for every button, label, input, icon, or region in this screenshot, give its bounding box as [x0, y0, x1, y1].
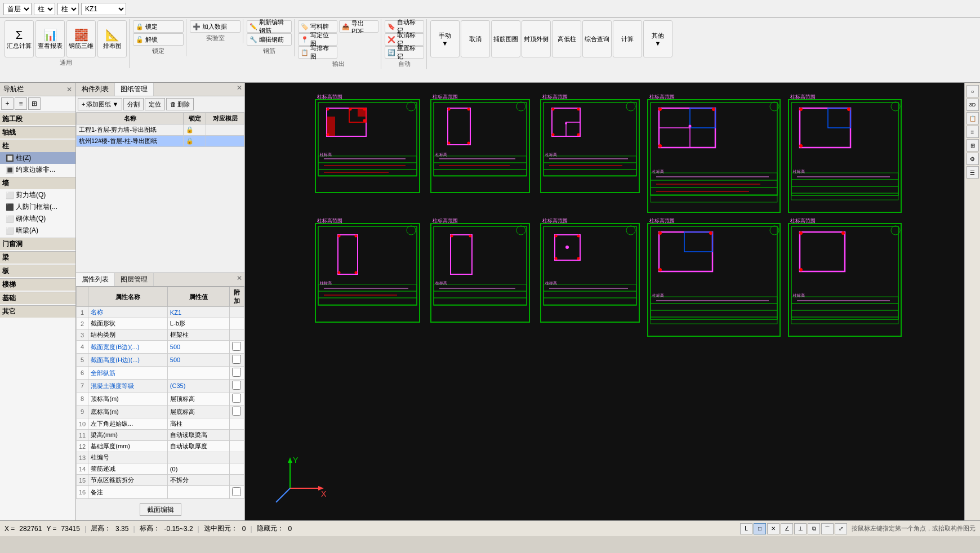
sub-type-select[interactable]: 柱: [57, 3, 79, 15]
prop-row-value[interactable]: 自动读取梁高: [167, 430, 229, 441]
prop-row-value[interactable]: [167, 486, 229, 499]
prop-row[interactable]: 15 节点区箍筋拆分 不拆分: [77, 475, 244, 486]
summary-button[interactable]: Σ 汇总计算: [5, 20, 34, 57]
prop-row[interactable]: 5 截面高度(H边)(...) 500: [77, 354, 244, 367]
prop-row[interactable]: 2 截面形状 L-b形: [77, 318, 244, 329]
nav-item-dark-beam[interactable]: ⬜ 暗梁(A): [0, 225, 75, 237]
prop-row[interactable]: 16 备注: [77, 486, 244, 499]
prop-row-value[interactable]: 不拆分: [167, 475, 229, 486]
prop-row[interactable]: 8 顶标高(m) 层顶标高: [77, 393, 244, 405]
edit-rebar-button[interactable]: 🔧 编辑钢筋: [247, 33, 292, 46]
canvas-area[interactable]: Y X: [245, 83, 964, 520]
nav-add-button[interactable]: +: [1, 97, 14, 110]
prop-row-value[interactable]: 层顶标高: [167, 393, 229, 405]
export-pdf-button[interactable]: 📤 导出PDF: [339, 20, 378, 33]
prop-row-check[interactable]: [230, 486, 244, 499]
prop-row-check[interactable]: [230, 405, 244, 418]
prop-row-value[interactable]: 500: [167, 341, 229, 354]
nav-item-boundary[interactable]: 🔳 约束边缘非...: [0, 164, 75, 176]
prop-row-value[interactable]: L-b形: [167, 318, 229, 329]
nav-close-button[interactable]: ✕: [66, 86, 72, 93]
calc-button[interactable]: 计算: [613, 20, 642, 57]
nav-item-column-z[interactable]: 🔲 柱(Z): [0, 152, 75, 164]
query-button[interactable]: 综合查询: [582, 20, 612, 57]
seal-outer-button[interactable]: 封顶外侧: [522, 20, 551, 57]
nav-item-civil-defense[interactable]: ⬛ 人防门框墙(...: [0, 201, 75, 213]
attr-list-tab[interactable]: 属性列表: [76, 273, 115, 286]
prop-row-value[interactable]: 框架柱: [167, 329, 229, 341]
prop-row-check[interactable]: [230, 367, 244, 380]
right-3d-button[interactable]: 3D: [966, 99, 979, 111]
type-select[interactable]: 柱: [34, 3, 55, 15]
drawing-row[interactable]: 工程1-首层-剪力墙-导出图纸 🔒: [77, 124, 244, 136]
floor-select[interactable]: 首层: [3, 3, 32, 15]
right-circle-button[interactable]: ○: [966, 85, 979, 97]
drawing-management-tab[interactable]: 图纸管理: [115, 83, 154, 96]
nav-list-button[interactable]: ≡: [15, 97, 27, 110]
section-edit-button[interactable]: 截面编辑: [140, 503, 181, 516]
unlock-button[interactable]: 🔓 解锁: [133, 33, 184, 46]
status-copy-button[interactable]: ⧉: [808, 523, 820, 534]
lock-button[interactable]: 🔒 锁定: [133, 20, 184, 33]
right-layer-button[interactable]: 📋: [966, 112, 979, 124]
prop-row-value[interactable]: 高柱: [167, 418, 229, 430]
drawing-row-selected[interactable]: 杭州12#楼-首层-柱-导出图纸 🔒: [77, 136, 244, 147]
report-button[interactable]: 📊 查看报表: [35, 20, 65, 57]
manual-button[interactable]: 手动 ▼: [430, 20, 460, 57]
prop-row[interactable]: 11 梁高(mm) 自动读取梁高: [77, 430, 244, 441]
prop-row[interactable]: 7 混凝土强度等级 (C35): [77, 380, 244, 393]
prop-row-value[interactable]: 层底标高: [167, 405, 229, 418]
split-button[interactable]: 分割: [123, 98, 144, 110]
reset-mark-button[interactable]: 🔄 重置标记: [385, 46, 424, 59]
prop-row-value[interactable]: [167, 367, 229, 380]
name-select[interactable]: KZ1: [81, 3, 126, 15]
right-settings-button[interactable]: ⚙: [966, 153, 979, 165]
locate-button[interactable]: 定位: [145, 98, 165, 110]
write-layout-button[interactable]: 📋 写排布图: [298, 46, 337, 59]
prop-row[interactable]: 12 基础厚度(mm) 自动读取厚度: [77, 441, 244, 452]
refresh-edit-button[interactable]: ✏️ 刷新编辑钢筋: [247, 20, 292, 33]
cancel-button[interactable]: 取消: [461, 20, 490, 57]
other-button[interactable]: 其他 ▼: [643, 20, 672, 57]
status-perp-button[interactable]: ⊥: [794, 523, 807, 534]
prop-row-value[interactable]: (C35): [167, 380, 229, 393]
high-low-button[interactable]: 高低柱: [552, 20, 581, 57]
nav-grid-button[interactable]: ⊞: [28, 97, 41, 110]
prop-row[interactable]: 4 截面宽度(B边)(...) 500: [77, 341, 244, 354]
prop-row-value[interactable]: [167, 452, 229, 463]
prop-row-value[interactable]: KZ1: [167, 307, 229, 318]
prop-row[interactable]: 3 结构类别 框架柱: [77, 329, 244, 341]
prop-panel-close[interactable]: ✕: [234, 273, 244, 286]
prop-row-check[interactable]: [230, 354, 244, 367]
status-x-button[interactable]: ✕: [767, 523, 779, 534]
right-menu-button[interactable]: ☰: [966, 166, 979, 179]
snap-fence-button[interactable]: 捕筋围圈: [491, 20, 520, 57]
status-angle-button[interactable]: ∠: [781, 523, 793, 534]
right-list-button[interactable]: ≡: [966, 126, 979, 138]
nav-item-masonry[interactable]: ⬜ 砌体墙(Q): [0, 213, 75, 225]
prop-row[interactable]: 9 底标高(m) 层底标高: [77, 405, 244, 418]
add-drawing-button[interactable]: + 添加图纸 ▼: [78, 98, 122, 110]
prop-row-check[interactable]: [230, 393, 244, 405]
layer-manage-tab[interactable]: 图层管理: [115, 273, 154, 286]
prop-row[interactable]: 6 全部纵筋: [77, 367, 244, 380]
prop-row-check[interactable]: [230, 380, 244, 393]
status-snap-button[interactable]: L: [740, 523, 752, 534]
prop-row[interactable]: 10 左下角起始纵... 高柱: [77, 418, 244, 430]
status-rect-button[interactable]: □: [754, 523, 766, 534]
prop-row-value[interactable]: 500: [167, 354, 229, 367]
nav-item-shear-wall[interactable]: ⬜ 剪力墙(Q): [0, 189, 75, 201]
prop-row[interactable]: 13 柱编号: [77, 452, 244, 463]
layout-button[interactable]: 📐 排布图: [97, 20, 127, 57]
status-curve-button[interactable]: ⌒: [821, 523, 834, 534]
add-data-button[interactable]: ➕ 加入数据: [190, 20, 240, 33]
3d-button[interactable]: 🧱 钢筋三维: [66, 20, 96, 57]
prop-row[interactable]: 1 名称 KZ1: [77, 307, 244, 318]
prop-row-value[interactable]: (0): [167, 463, 229, 475]
right-grid-button[interactable]: ⊞: [966, 139, 979, 151]
delete-button[interactable]: 🗑 删除: [166, 98, 194, 110]
prop-row[interactable]: 14 箍筋递减 (0): [77, 463, 244, 475]
component-list-tab[interactable]: 构件列表: [76, 83, 115, 96]
drawing-panel-close[interactable]: ✕: [234, 83, 244, 96]
prop-row-value[interactable]: 自动读取厚度: [167, 441, 229, 452]
